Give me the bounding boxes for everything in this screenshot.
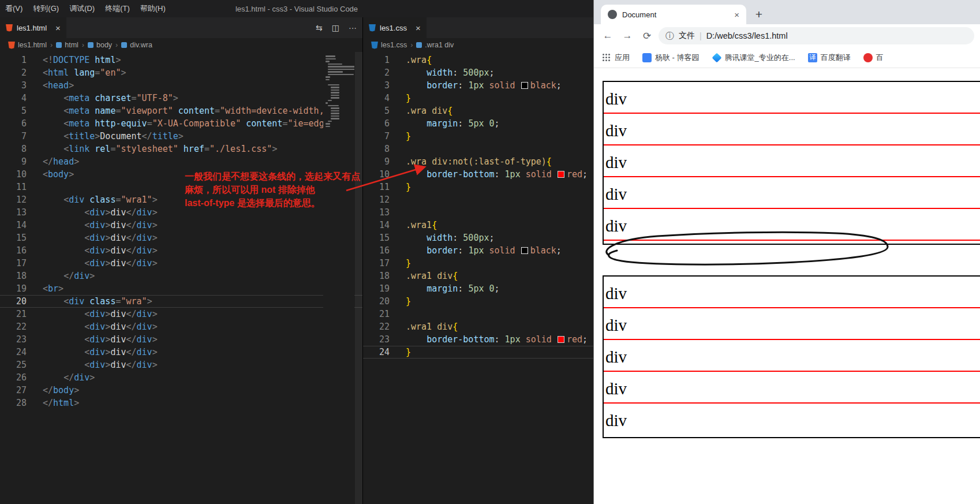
- minimap[interactable]: [323, 54, 354, 504]
- code-line[interactable]: 6 margin: 5px 0;: [363, 117, 593, 130]
- address-url[interactable]: D:/web/css3/les1.html: [706, 31, 788, 40]
- code-line[interactable]: 2 width: 500px;: [363, 66, 593, 79]
- breadcrumb-item[interactable]: les1.html: [8, 41, 47, 49]
- breadcrumb-item[interactable]: .wra1 div: [416, 41, 454, 49]
- code-line[interactable]: 9.wra div:not(:last-of-type){: [363, 155, 593, 168]
- close-icon[interactable]: ×: [416, 23, 421, 33]
- code-text: .wra div{: [390, 104, 452, 117]
- code-line[interactable]: 23 border-bottom: 1px solid red;: [363, 333, 593, 346]
- breadcrumb-item[interactable]: les1.css: [371, 41, 407, 49]
- code-line[interactable]: 10 border-bottom: 1px solid red;: [363, 168, 593, 181]
- chevron-right-icon: ›: [82, 41, 84, 49]
- code-line[interactable]: 13: [363, 206, 593, 219]
- code-line[interactable]: 28</html>: [0, 397, 362, 409]
- code-line[interactable]: 9</head>: [0, 155, 362, 168]
- editor-css[interactable]: 1.wra{2 width: 500px;3 border: 1px solid…: [363, 52, 593, 504]
- code-line[interactable]: 1.wra{: [363, 54, 593, 66]
- editor-html[interactable]: 1<!DOCTYPE html>2<html lang="en">3<head>…: [0, 52, 362, 504]
- tab-les1-html[interactable]: les1.html ×: [0, 17, 66, 38]
- code-line[interactable]: 17}: [363, 257, 593, 270]
- menu-item[interactable]: 调试(D): [64, 0, 100, 17]
- bookmark-item[interactable]: 腾讯课堂_专业的在...: [712, 53, 795, 63]
- breadcrumb-item[interactable]: html: [56, 41, 78, 49]
- more-actions-icon[interactable]: ···: [349, 23, 357, 32]
- code-line[interactable]: 8 <link rel="stylesheet" href="./les1.cs…: [0, 143, 362, 155]
- reload-icon[interactable]: ⟳: [639, 28, 655, 44]
- code-line[interactable]: 14.wra1{: [363, 219, 593, 232]
- code-line[interactable]: 11}: [363, 181, 593, 193]
- bookmark-item[interactable]: 应用: [602, 53, 630, 63]
- code-line[interactable]: 3<head>: [0, 79, 362, 92]
- code-line[interactable]: 18 </div>: [0, 270, 362, 282]
- code-line[interactable]: 19 margin: 5px 0;: [363, 282, 593, 295]
- menu-item[interactable]: 看(V): [0, 0, 28, 17]
- menu-item[interactable]: 帮助(H): [135, 0, 171, 17]
- code-line[interactable]: 17 <div>div</div>: [0, 257, 362, 270]
- code-line[interactable]: 24}: [363, 346, 593, 359]
- color-swatch-red-icon[interactable]: [558, 171, 564, 178]
- code-line[interactable]: 18.wra1 div{: [363, 270, 593, 282]
- line-number: 7: [363, 130, 390, 143]
- menu-item[interactable]: 转到(G): [28, 0, 64, 17]
- code-line[interactable]: 15 <div>div</div>: [0, 232, 362, 244]
- code-line[interactable]: 23 <div>div</div>: [0, 333, 362, 346]
- bookmark-item[interactable]: 杨耿 - 博客园: [642, 53, 700, 63]
- browser-tab[interactable]: Document ×: [601, 5, 746, 24]
- code-line[interactable]: 3 border: 1px solid black;: [363, 79, 593, 92]
- code-line[interactable]: 7}: [363, 130, 593, 143]
- code-line[interactable]: 7 <title>Document</title>: [0, 130, 362, 143]
- code-line[interactable]: 14 <div>div</div>: [0, 219, 362, 232]
- code-text: <meta charset="UTF-8">: [27, 92, 178, 104]
- split-editor-icon[interactable]: ◫: [332, 23, 339, 32]
- code-line[interactable]: 5.wra div{: [363, 104, 593, 117]
- forward-icon[interactable]: →: [619, 28, 635, 44]
- line-number: 17: [363, 257, 390, 270]
- color-swatch-black-icon[interactable]: [521, 247, 528, 254]
- breadcrumb-item[interactable]: body: [88, 41, 112, 49]
- code-line[interactable]: 19<br>: [0, 282, 362, 295]
- breadcrumb-item[interactable]: div.wra: [121, 41, 152, 49]
- code-line[interactable]: 2<html lang="en">: [0, 66, 362, 79]
- code-text: <div>div</div>: [27, 346, 158, 359]
- sync-icon[interactable]: ⇆: [316, 23, 323, 32]
- code-line[interactable]: 4}: [363, 92, 593, 104]
- menu-item[interactable]: 终端(T): [100, 0, 135, 17]
- code-line[interactable]: 21: [363, 308, 593, 320]
- wra-box: divdivdivdivdiv: [603, 275, 980, 438]
- code-line[interactable]: 27</body>: [0, 384, 362, 397]
- close-icon[interactable]: ×: [55, 23, 61, 33]
- code-line[interactable]: 22 <div>div</div>: [0, 320, 362, 333]
- close-icon[interactable]: ×: [734, 10, 739, 20]
- code-line[interactable]: 21 <div>div</div>: [0, 308, 362, 320]
- color-swatch-red-icon[interactable]: [558, 336, 564, 343]
- code-line[interactable]: 26 </div>: [0, 371, 362, 384]
- code-line[interactable]: 22.wra1 div{: [363, 320, 593, 333]
- code-line[interactable]: 25 <div>div</div>: [0, 359, 362, 371]
- code-line[interactable]: 15 width: 500px;: [363, 232, 593, 244]
- scrollbar[interactable]: [355, 52, 362, 504]
- code-line[interactable]: 1<!DOCTYPE html>: [0, 54, 362, 66]
- line-number: 26: [0, 371, 27, 384]
- code-line[interactable]: 4 <meta charset="UTF-8">: [0, 92, 362, 104]
- bookmark-item[interactable]: 译百度翻译: [808, 53, 851, 63]
- code-line[interactable]: 16 border: 1px solid black;: [363, 244, 593, 257]
- back-icon[interactable]: ←: [600, 28, 616, 44]
- code-text: [390, 206, 406, 219]
- info-icon[interactable]: ⓘ: [665, 31, 674, 42]
- browser-tabstrip: Document × +: [594, 0, 980, 24]
- tab-les1-css[interactable]: les1.css ×: [363, 17, 427, 38]
- new-tab-button[interactable]: +: [751, 6, 767, 23]
- code-line[interactable]: 8: [363, 143, 593, 155]
- code-line[interactable]: 20}: [363, 295, 593, 308]
- color-swatch-black-icon[interactable]: [521, 82, 528, 89]
- minimap-line: [331, 89, 339, 91]
- code-line[interactable]: 20 <div class="wra">: [0, 295, 362, 308]
- code-line[interactable]: 6 <meta http-equiv="X-UA-Compatible" con…: [0, 117, 362, 130]
- address-bar[interactable]: ⓘ 文件 | D:/web/css3/les1.html: [659, 27, 974, 44]
- code-line[interactable]: 16 <div>div</div>: [0, 244, 362, 257]
- code-line[interactable]: 5 <meta name="viewport" content="width=d…: [0, 104, 362, 117]
- code-line[interactable]: 24 <div>div</div>: [0, 346, 362, 359]
- code-line[interactable]: 12: [363, 193, 593, 206]
- code-text: width: 500px;: [390, 232, 495, 244]
- bookmark-item[interactable]: 百: [863, 53, 884, 63]
